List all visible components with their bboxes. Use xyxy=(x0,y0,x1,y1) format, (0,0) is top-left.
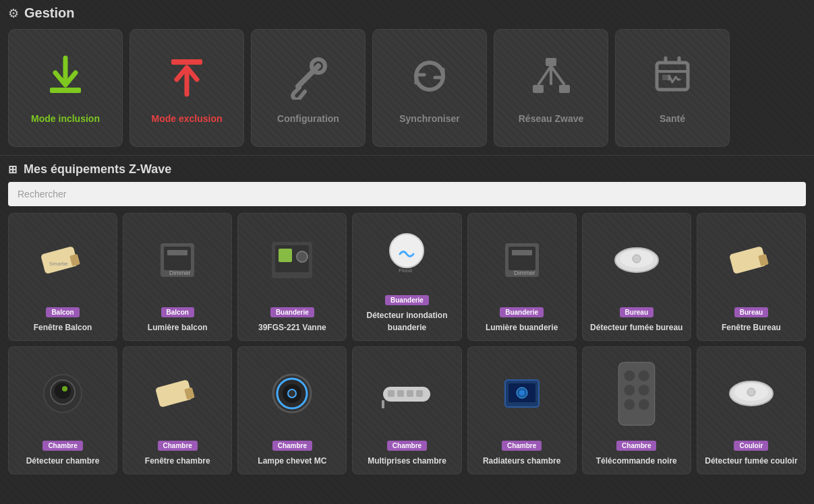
inclusion-icon xyxy=(42,53,89,102)
equipment-card[interactable]: Dimmer Balcon Lumière balcon xyxy=(123,213,232,341)
card-image-area xyxy=(123,347,231,435)
card-footer: Chambre Lampe chevet MC xyxy=(238,435,346,474)
card-image-area xyxy=(697,214,805,301)
svg-point-54 xyxy=(624,371,635,381)
card-footer: Buanderie Lumière buanderie xyxy=(468,301,576,340)
equipment-card[interactable]: Buanderie 39FGS-221 Vanne xyxy=(237,213,347,341)
svg-point-55 xyxy=(638,371,649,381)
card-badge: Chambre xyxy=(158,441,198,451)
equipment-card[interactable]: Bureau Détecteur fumée bureau xyxy=(582,213,691,341)
card-image-area: Flood xyxy=(353,214,461,289)
svg-point-58 xyxy=(624,399,635,410)
action-btn-exclusion[interactable]: Mode exclusion xyxy=(129,29,244,147)
card-image-area xyxy=(468,347,576,435)
svg-point-22 xyxy=(390,234,424,267)
device-image-flood-sensor: Flood xyxy=(380,227,434,281)
action-btn-sante[interactable]: Santé xyxy=(615,29,730,147)
card-name: Lumière balcon xyxy=(148,323,208,332)
search-input[interactable] xyxy=(8,182,806,206)
card-badge: Chambre xyxy=(42,441,82,451)
equipment-card[interactable]: Chambre Lampe chevet MC xyxy=(237,346,347,474)
grid-icon: ⊞ xyxy=(8,163,17,176)
equipment-card[interactable]: Chambre Détecteur chambre xyxy=(8,346,117,474)
action-btn-label-configuration: Configuration xyxy=(277,113,339,124)
card-badge: Chambre xyxy=(387,441,427,451)
card-badge: Bureau xyxy=(734,307,768,317)
card-badge: Couloir xyxy=(734,441,768,451)
svg-point-57 xyxy=(638,385,649,396)
card-badge: Balcon xyxy=(46,307,79,317)
card-name: Multiprises chambre xyxy=(368,456,446,466)
card-footer: Chambre Multiprises chambre xyxy=(353,435,461,474)
action-btn-configuration[interactable]: Configuration xyxy=(251,29,366,147)
equipment-card[interactable]: Chambre Télécommande noire xyxy=(582,346,691,474)
svg-rect-0 xyxy=(50,88,81,93)
card-footer: Chambre Radiateurs chambre xyxy=(468,435,576,474)
card-name: Fenêtre Balcon xyxy=(34,323,92,332)
card-image-area xyxy=(583,347,691,435)
card-image-area: Smartie xyxy=(9,214,117,301)
device-image-usb-stick3 xyxy=(150,367,204,420)
card-name: Détecteur chambre xyxy=(26,456,100,466)
svg-point-56 xyxy=(624,385,635,396)
device-image-usb-stick: Smartie xyxy=(36,233,90,287)
header: ⚙ Gestion xyxy=(0,0,814,26)
card-footer: Chambre Détecteur chambre xyxy=(9,435,117,474)
equipment-card[interactable]: Flood Buanderie Détecteur inondation bua… xyxy=(352,213,461,341)
card-name: Détecteur fumée bureau xyxy=(590,323,682,332)
card-name: 39FGS-221 Vanne xyxy=(258,323,326,332)
svg-text:Dimmer: Dimmer xyxy=(169,270,191,276)
svg-rect-4 xyxy=(533,85,544,93)
device-image-dimmer-box2: Dimmer xyxy=(495,233,549,287)
card-name: Radiateurs chambre xyxy=(483,456,560,466)
svg-point-62 xyxy=(747,388,755,396)
svg-point-30 xyxy=(633,255,641,263)
sync-icon xyxy=(406,53,453,102)
card-footer: Buanderie Détecteur inondation buanderie xyxy=(353,289,461,340)
equipment-card[interactable]: Couloir Détecteur fumée couloir xyxy=(697,346,806,474)
action-btn-label-sante: Santé xyxy=(660,113,685,124)
svg-text:Flood: Flood xyxy=(399,267,412,274)
svg-line-7 xyxy=(551,66,564,85)
device-image-smart-plug xyxy=(265,367,319,420)
equipment-card[interactable]: Smartie Balcon Fenêtre Balcon xyxy=(8,213,117,341)
svg-rect-53 xyxy=(618,363,654,425)
action-btn-synchroniser[interactable]: Synchroniser xyxy=(372,29,487,147)
svg-rect-1 xyxy=(171,59,202,65)
equipment-card[interactable]: Bureau Fenêtre Bureau xyxy=(697,213,806,341)
card-image-area xyxy=(238,347,346,435)
device-image-dimmer-box: Dimmer xyxy=(150,233,204,287)
page-title: Gestion xyxy=(24,5,74,21)
action-btn-reseau[interactable]: Réseau Zwave xyxy=(494,29,608,147)
svg-rect-47 xyxy=(416,390,423,397)
equipment-card[interactable]: Chambre Radiateurs chambre xyxy=(467,346,577,474)
svg-rect-48 xyxy=(382,400,384,408)
card-footer: Chambre Télécommande noire xyxy=(583,435,691,474)
card-name: Fenêtre Bureau xyxy=(722,323,781,332)
action-buttons-row: Mode inclusion Mode exclusion Configurat… xyxy=(0,26,814,155)
action-btn-label-inclusion: Mode inclusion xyxy=(31,113,100,124)
svg-line-6 xyxy=(538,66,551,85)
equipment-card[interactable]: Chambre Multiprises chambre xyxy=(352,346,461,474)
svg-rect-45 xyxy=(397,390,404,397)
svg-rect-44 xyxy=(388,390,395,397)
card-name: Fenêtre chambre xyxy=(145,456,210,466)
svg-point-35 xyxy=(55,383,71,399)
action-btn-label-reseau: Réseau Zwave xyxy=(519,113,584,124)
svg-rect-16 xyxy=(167,250,187,255)
card-badge: Buanderie xyxy=(385,295,429,305)
svg-text:Dimmer: Dimmer xyxy=(514,270,535,276)
card-footer: Bureau Fenêtre Bureau xyxy=(697,301,805,340)
card-name: Lampe chevet MC xyxy=(258,456,326,466)
device-image-power-strip xyxy=(380,367,434,420)
card-badge: Chambre xyxy=(616,441,656,451)
exclusion-icon xyxy=(163,53,210,102)
action-btn-inclusion[interactable]: Mode inclusion xyxy=(8,29,123,147)
card-name: Lumière buanderie xyxy=(486,323,558,332)
svg-point-59 xyxy=(638,399,649,410)
search-container xyxy=(0,182,814,213)
card-image-area: Dimmer xyxy=(123,214,231,301)
equipment-card[interactable]: Chambre Fenêtre chambre xyxy=(123,346,232,474)
card-footer: Chambre Fenêtre chambre xyxy=(123,435,231,474)
equipment-card[interactable]: Dimmer Buanderie Lumière buanderie xyxy=(467,213,577,341)
